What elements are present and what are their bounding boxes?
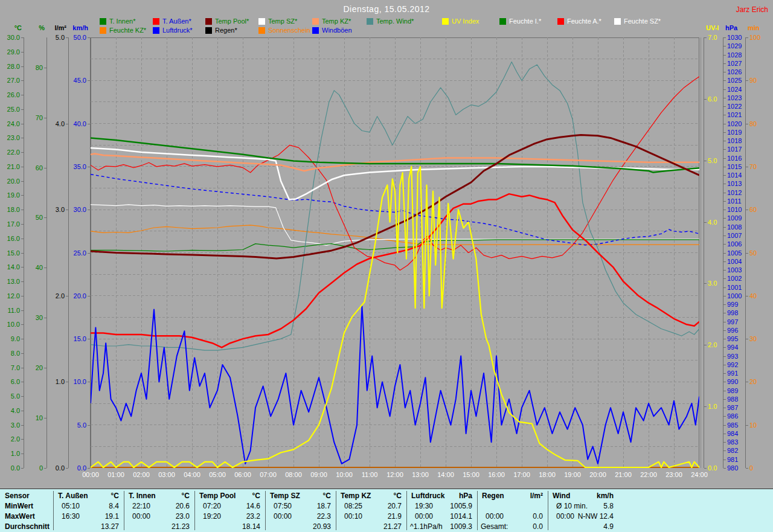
- axis-tick: [723, 278, 726, 279]
- axis-tick-label: 1011: [727, 197, 742, 204]
- axis-header-label: min: [748, 24, 760, 31]
- axis-tick: [88, 253, 90, 254]
- x-axis-tick-label: 00:00: [82, 471, 99, 478]
- table-row-label: MaxWert: [5, 511, 52, 521]
- axis-tick: [723, 460, 726, 460]
- axis-tick: [723, 442, 726, 443]
- x-axis-tick-label: 03:00: [158, 471, 175, 478]
- axis-tick-label: 60: [36, 164, 43, 171]
- axis-tick-label: 70: [749, 163, 757, 170]
- axis-tick-label: 18.0: [7, 207, 20, 213]
- axis-tick: [88, 37, 90, 38]
- table-separator: [336, 491, 336, 530]
- axis-tick-label: 10.0: [74, 379, 86, 385]
- axis-tick: [88, 382, 90, 382]
- table-row-label: MinWert: [5, 501, 52, 511]
- axis-tick-label: 1025: [727, 77, 742, 84]
- table-separator: [548, 491, 548, 530]
- legend-item: Feuchte A.*: [557, 18, 601, 25]
- table-col-unit: hPa: [411, 491, 472, 501]
- axis-header-label: UV-I: [706, 24, 719, 31]
- table-min-value: 5.8: [553, 501, 614, 511]
- axis-tick-label: 991: [727, 370, 738, 377]
- axis-tick-label: 1002: [727, 275, 742, 282]
- legend-label: Feuchte KZ*: [109, 27, 146, 34]
- x-axis-tick-label: 14:00: [437, 471, 454, 478]
- x-axis-tick-label: 02:00: [133, 471, 150, 478]
- axis-tick-label: 50: [36, 214, 43, 221]
- axis-tick-label: 997: [727, 318, 738, 325]
- legend-label: Feuchte A.*: [567, 18, 601, 25]
- axis-tick-label: 1.0: [11, 450, 20, 457]
- x-axis-tick-label: 08:00: [285, 471, 302, 478]
- axis-tick-label: 25.0: [74, 249, 86, 256]
- axis-tick: [21, 353, 24, 354]
- axis-tick-label: 1005: [727, 249, 742, 256]
- axis-tick-label: 1018: [727, 138, 742, 144]
- axis-tick: [746, 210, 748, 210]
- axis-tick: [88, 339, 90, 339]
- table-avg-value: 4.9: [553, 522, 614, 531]
- axis-tick-label: 3.0: [708, 280, 717, 287]
- axis-tick: [21, 281, 24, 282]
- axis-tick-label: 8.0: [11, 350, 20, 356]
- axis-tick-label: 1021: [727, 112, 742, 118]
- axis-tick-label: 981: [727, 456, 738, 463]
- legend-label: T. Innen*: [109, 18, 135, 25]
- axis-tick: [723, 124, 726, 124]
- axis-tick-label: 6.0: [11, 379, 20, 385]
- axis-tick: [21, 239, 24, 239]
- axis-tick: [746, 253, 748, 254]
- legend-label: Temp. Wind*: [376, 18, 414, 25]
- axis-tick-label: 15.0: [7, 249, 20, 256]
- axis-tick: [66, 382, 68, 382]
- axis-tick: [723, 149, 726, 150]
- axis-tick: [21, 124, 24, 124]
- axis-tick-label: 26.0: [7, 92, 20, 98]
- axis-tick-label: 999: [727, 301, 738, 308]
- legend-swatch-icon: [205, 18, 212, 25]
- axis-tick: [723, 89, 726, 90]
- axis-tick: [21, 152, 24, 153]
- axis-tick: [723, 227, 726, 228]
- legend-item: Feuchte I.*: [499, 18, 541, 25]
- axis-tick: [723, 399, 726, 400]
- legend-swatch-icon: [258, 27, 265, 34]
- axis-tick-label: 28.0: [7, 63, 20, 69]
- axis-tick-label: 20.0: [74, 292, 86, 299]
- axis-tick-label: 12.0: [7, 292, 20, 299]
- axis-tick: [21, 411, 24, 411]
- legend-item: Temp KZ*: [312, 18, 351, 25]
- axis-tick-label: 987: [727, 405, 738, 411]
- axis-tick: [21, 95, 24, 95]
- user-name-label: Jarz Erich: [736, 5, 768, 14]
- axis-tick: [21, 396, 24, 397]
- table-avg-value: 21.23: [129, 522, 190, 531]
- x-axis-tick-label: 05:00: [209, 471, 226, 478]
- axis-tick: [723, 236, 726, 236]
- axis-tick: [21, 109, 24, 110]
- axis-tick-label: 3.0: [56, 207, 65, 213]
- axis-tick: [723, 434, 726, 434]
- x-axis-tick-label: 07:00: [260, 471, 277, 478]
- axis-tick: [704, 99, 707, 100]
- axis-tick: [704, 283, 707, 284]
- axis-tick: [704, 222, 707, 223]
- table-separator: [406, 491, 407, 530]
- axis-tick: [21, 382, 24, 382]
- axis-tick-label: 1017: [727, 146, 742, 153]
- axis-tick: [746, 382, 748, 382]
- axis-tick-label: 5.0: [708, 157, 717, 164]
- legend-label: Luftdruck*: [162, 27, 193, 34]
- axis-tick-label: 15.0: [74, 336, 86, 342]
- axis-tick: [44, 268, 47, 268]
- axis-header-label: hPa: [725, 24, 737, 31]
- axis-tick: [21, 439, 24, 440]
- axis-tick: [21, 138, 24, 138]
- axis-tick: [723, 175, 726, 176]
- table-max-value: 19.1: [58, 511, 119, 521]
- axis-tick-label: 14.0: [7, 264, 20, 271]
- table-col-unit: l/m²: [482, 491, 543, 501]
- legend-label: Regen*: [215, 27, 237, 34]
- axis-tick-label: 1010: [727, 207, 742, 213]
